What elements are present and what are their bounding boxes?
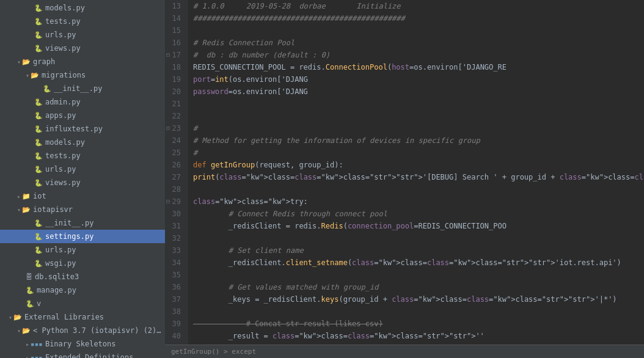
sidebar-item-iotapisvr[interactable]: ▾📂iotapisvr — [0, 203, 165, 216]
line-num-text: 15 — [172, 24, 181, 37]
sidebar-item-urls-py-1[interactable]: 🐍urls.py — [0, 28, 165, 42]
sidebar-item-settings-py[interactable]: 🐍settings.py — [0, 230, 165, 243]
sidebar-item-init-py-i[interactable]: 🐍__init__.py — [0, 216, 165, 230]
line-number-38: 38 — [165, 305, 185, 318]
code-line-38 — [193, 305, 644, 318]
line-number-39: 39 — [165, 318, 185, 330]
line-num-text: 20 — [172, 86, 181, 98]
sidebar-item-tests-py-2[interactable]: 🐍tests.py — [0, 149, 165, 163]
file-icon: 🐍 — [34, 139, 43, 147]
fold-indicator[interactable]: ⊟ — [166, 342, 170, 345]
sidebar-item-tests-py-1[interactable]: 🐍tests.py — [0, 15, 165, 28]
line-number-32: 32 — [165, 232, 185, 244]
sidebar-item-v[interactable]: 🐍v — [0, 297, 165, 310]
sidebar-item-label: migrations — [42, 71, 165, 79]
sidebar-item-wsgi-py[interactable]: 🐍wsgi.py — [0, 257, 165, 270]
sidebar-item-binary-skeletons[interactable]: ▸▪▪▪Binary Skeletons — [0, 337, 165, 351]
code-line-35 — [193, 269, 644, 281]
sidebar-item-iot[interactable]: ▸📁iot — [0, 189, 165, 203]
sidebar-item-influxtest-py[interactable]: 🐍influxtest.py — [0, 122, 165, 136]
file-icon: 🐍 — [34, 112, 43, 120]
line-num-text: 16 — [172, 37, 181, 49]
sidebar-item-admin-py[interactable]: 🐍admin.py — [0, 95, 165, 109]
line-number-14: 14 — [165, 12, 185, 24]
line-number-34: 34 — [165, 257, 185, 269]
code-line-27: print(class="kw">class=class="kw">class=… — [193, 171, 644, 183]
folder-open-icon: 📂 — [31, 71, 39, 79]
line-num-text: 24 — [172, 134, 181, 147]
code-line-40: _result = class="kw">class=class="kw">cl… — [193, 330, 644, 342]
code-line-31: _redisClient = redis.Redis(connection_po… — [193, 220, 644, 232]
file-icon: 🐍 — [34, 18, 43, 26]
chart-icon: ▪▪▪ — [31, 354, 43, 359]
line-num-text: 19 — [172, 73, 181, 86]
file-icon: 🐍 — [34, 233, 43, 241]
sidebar-item-label: Binary Skeletons — [45, 340, 165, 348]
file-icon: 🐍 — [26, 300, 34, 308]
sidebar-item-urls-py-3[interactable]: 🐍urls.py — [0, 243, 165, 257]
code-line-32 — [193, 232, 644, 244]
line-number-26: 26 — [165, 159, 185, 171]
line-number-17: ⊟17 — [165, 49, 185, 61]
code-line-34: _redisClient.client_setname(class="kw">c… — [193, 257, 644, 269]
sidebar-item-label: __init__.py — [54, 84, 165, 93]
chevron-right-icon: ▸ — [26, 354, 29, 359]
line-num-text: 23 — [172, 122, 181, 134]
line-number-35: 35 — [165, 269, 185, 281]
chevron-right-icon: ▸ — [17, 193, 21, 200]
sidebar-item-db-sqlite3[interactable]: 🗄db.sqlite3 — [0, 270, 165, 283]
sidebar-item-apps-py[interactable]: 🐍apps.py — [0, 109, 165, 122]
sidebar-item-models-py-2[interactable]: 🐍models.py — [0, 136, 165, 149]
line-num-text: 27 — [172, 171, 181, 183]
sidebar-item-views-py-1[interactable]: 🐍views.py — [0, 42, 165, 55]
line-number-23: ⊟23 — [165, 122, 185, 134]
chevron-down-icon: ▾ — [9, 314, 12, 321]
sidebar-item-label: models.py — [45, 4, 165, 12]
sidebar-item-models-py-1[interactable]: 🐍models.py — [0, 1, 165, 15]
chevron-right-icon: ▸ — [26, 341, 29, 348]
file-tree[interactable]: 🐍models.py🐍tests.py🐍urls.py🐍views.py▾📂gr… — [0, 0, 165, 358]
fold-indicator[interactable]: ⊟ — [166, 122, 170, 134]
line-number-18: 18 — [165, 61, 185, 73]
line-num-text: 40 — [172, 330, 181, 342]
line-num-text: 14 — [172, 12, 181, 24]
line-number-37: 37 — [165, 293, 185, 305]
code-line-30: # Connect Redis through connect pool — [193, 208, 644, 220]
sidebar-item-label: iot — [33, 192, 165, 200]
sidebar-item-views-py-2[interactable]: 🐍views.py — [0, 176, 165, 189]
fold-indicator[interactable]: ⊟ — [166, 49, 170, 61]
sidebar-item-urls-py-2[interactable]: 🐍urls.py — [0, 163, 165, 176]
folder-open-icon: 📂 — [13, 313, 22, 321]
file-icon: 🐍 — [34, 125, 43, 133]
code-content: # 1.0.0 2019-05-28 dorbae Initialize####… — [188, 0, 644, 345]
line-number-41: ⊟41 — [165, 342, 185, 345]
sidebar-item-external-libs[interactable]: ▾📂External Libraries — [0, 310, 165, 324]
line-number-20: 20 — [165, 86, 185, 98]
code-line-21 — [193, 98, 644, 110]
sidebar-item-label: settings.py — [45, 232, 165, 241]
code-line-29: class="kw">class="kw">try: — [193, 195, 644, 208]
sidebar-item-label: views.py — [45, 44, 165, 53]
sidebar-item-label: graph — [33, 57, 165, 66]
sidebar-item-manage-py[interactable]: 🐍manage.py — [0, 283, 165, 297]
file-icon: 🐍 — [34, 166, 43, 174]
line-num-text: 32 — [172, 232, 181, 244]
line-number-16: 16 — [165, 37, 185, 49]
file-icon: 🐍 — [34, 31, 43, 39]
sidebar-item-label: db.sqlite3 — [35, 272, 165, 281]
sidebar-item-graph[interactable]: ▾📂graph — [0, 55, 165, 68]
code-line-25: # — [193, 147, 644, 159]
line-number-24: 24 — [165, 134, 185, 147]
sidebar-item-extended-defs[interactable]: ▸▪▪▪Extended Definitions — [0, 351, 165, 358]
db-icon: 🗄 — [26, 273, 32, 281]
sidebar-item-python37[interactable]: ▾📂< Python 3.7 (iotapisvr) (2) > /anacon… — [0, 324, 165, 337]
file-icon: 🐍 — [34, 152, 43, 160]
file-icon: 🐍 — [26, 287, 34, 294]
sidebar-item-migrations[interactable]: ▾📂migrations — [0, 68, 165, 82]
sidebar-item-init-py-g[interactable]: 🐍__init__.py — [0, 82, 165, 95]
sidebar-item-label: manage.py — [37, 286, 165, 294]
line-num-text: 33 — [172, 244, 181, 257]
line-number-27: 27 — [165, 171, 185, 183]
sidebar-item-label: External Libraries — [24, 313, 165, 321]
fold-indicator[interactable]: ⊟ — [166, 195, 170, 208]
